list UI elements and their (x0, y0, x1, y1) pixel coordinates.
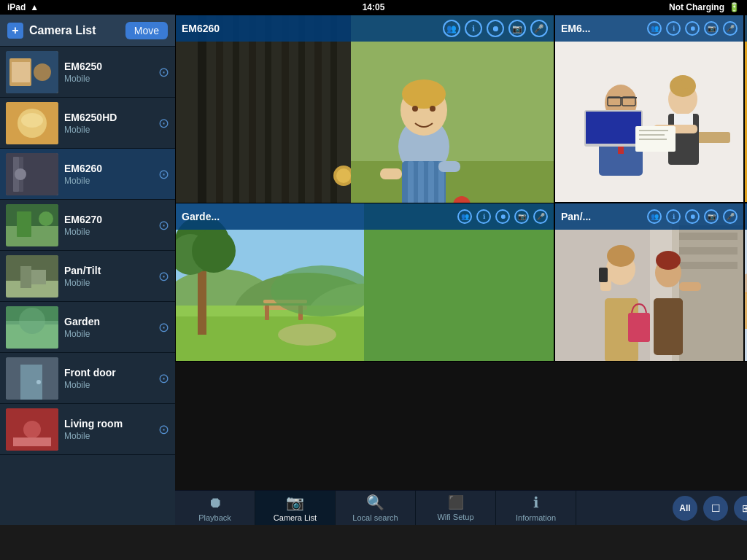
cam-info-icon-g[interactable]: ℹ (476, 209, 491, 224)
sidebar-item-frontdoor[interactable]: Front door Mobile ⊙ (0, 353, 175, 404)
svg-rect-112 (265, 306, 269, 320)
device-label: iPad (7, 2, 26, 12)
wifi-setup-icon: ⬛ (448, 494, 464, 510)
sidebar-item-em6260[interactable]: EM6260 Mobile ⊙ (0, 149, 175, 200)
move-button[interactable]: Move (125, 22, 168, 39)
view-single-button[interactable]: ☐ (703, 496, 728, 521)
tab-camera-list[interactable]: 📷 Camera List (255, 491, 336, 525)
camera-info-em6270: EM6270 Mobile (58, 214, 158, 237)
camera-thumb-pantilt (6, 255, 58, 298)
cam-people-icon-tr1[interactable]: 👥 (647, 21, 662, 36)
svg-rect-80 (639, 130, 668, 131)
svg-point-6 (21, 113, 43, 128)
chevron-icon-em6260: ⊙ (158, 166, 169, 182)
view-quad-button[interactable]: ⊞ (734, 496, 747, 521)
camera-type-em6270: Mobile (64, 227, 152, 237)
cam-info-icon-p[interactable]: ℹ (666, 209, 681, 224)
local-search-icon: 🔍 (366, 494, 384, 511)
sidebar-item-pantilt[interactable]: Pan/Tilt Mobile ⊙ (0, 251, 175, 302)
tab-local-search-label: Local search (352, 513, 398, 522)
svg-rect-63 (555, 15, 744, 203)
wifi-icon: ▲ (30, 2, 39, 12)
camera-title-em6260: EM6260 (182, 23, 438, 34)
tab-wifi-setup[interactable]: ⬛ Wifi Setup (416, 491, 496, 525)
cam-people-icon-g[interactable]: 👥 (457, 209, 472, 224)
tab-local-search[interactable]: 🔍 Local search (336, 491, 416, 525)
camera-thumb-garden (6, 306, 58, 349)
status-left: iPad ▲ (7, 2, 39, 12)
svg-rect-72 (586, 112, 641, 144)
camera-name-garden: Garden (64, 316, 152, 327)
camera-cell-top-right-1: EM6... 👥 ℹ ⏺ 📷 🎤 (554, 15, 744, 203)
chevron-icon-livingroom: ⊙ (158, 421, 169, 438)
cam-info-icon-tr1[interactable]: ℹ (666, 21, 681, 36)
sidebar-title: Camera List (29, 24, 96, 37)
svg-point-75 (681, 77, 692, 89)
cam-photo-icon-tr1[interactable]: 📷 (704, 21, 719, 36)
svg-point-131 (656, 251, 681, 270)
camera-cell-pantilt-bottom: Pan/... 👥 ℹ ⏺ 📷 🎤 (554, 203, 744, 362)
camera-cell-em6-bottom: EM6... 👥 ℹ ⏺ 📷 🎤 (744, 203, 747, 362)
tab-playback[interactable]: ⏺ Playback (175, 491, 255, 525)
svg-rect-19 (31, 270, 46, 284)
sidebar-item-em6250[interactable]: EM6250 Mobile ⊙ (0, 47, 175, 98)
tab-information[interactable]: ℹ Information (496, 491, 576, 525)
svg-rect-81 (639, 134, 665, 136)
camera-name-livingroom: Living room (64, 418, 152, 429)
cam-mic-icon[interactable]: 🎤 (530, 20, 548, 37)
camera-header-top-right-1: EM6... 👥 ℹ ⏺ 📷 🎤 (555, 15, 743, 42)
cam-record-icon[interactable]: ⏺ (487, 20, 504, 37)
camera-type-livingroom: Mobile (64, 431, 152, 441)
tab-wifi-setup-label: Wifi Setup (437, 513, 473, 521)
camera-info-em6260: EM6260 Mobile (58, 163, 158, 186)
camera-type-em6250: Mobile (64, 74, 152, 84)
camera-list-icon: 📷 (286, 494, 304, 511)
camera-header-garden-bottom: Garde... 👥 ℹ ⏺ 📷 🎤 (176, 203, 554, 230)
sidebar-item-em6270[interactable]: EM6270 Mobile ⊙ (0, 200, 175, 251)
svg-point-26 (36, 380, 41, 384)
svg-rect-23 (6, 321, 58, 349)
cam-mic-icon-tr1[interactable]: 🎤 (723, 21, 738, 36)
camera-name-em6260: EM6260 (64, 163, 152, 174)
toolbar-right: All ☐ ⊞ ▦ ⤢ 🔊 (673, 496, 747, 521)
chevron-icon-frontdoor: ⊙ (158, 370, 169, 386)
sidebar-item-garden[interactable]: Garden Mobile ⊙ (0, 302, 175, 353)
sidebar-item-em6250hd[interactable]: EM6250HD Mobile ⊙ (0, 98, 175, 149)
status-time: 14:05 (363, 2, 385, 12)
cam-photo-icon-g[interactable]: 📷 (514, 209, 529, 224)
cam-photo-icon-p[interactable]: 📷 (704, 209, 719, 224)
sidebar-header: + Camera List Move (0, 15, 175, 47)
cam-record-icon-g[interactable]: ⏺ (495, 209, 510, 224)
camera-info-garden: Garden Mobile (58, 316, 158, 339)
svg-point-28 (23, 421, 41, 438)
cam-mic-icon-p[interactable]: 🎤 (723, 209, 738, 224)
battery-icon: 🔋 (729, 2, 740, 12)
cam-photo-icon[interactable]: 📷 (508, 20, 526, 37)
sidebar-item-livingroom[interactable]: Living room Mobile ⊙ (0, 404, 175, 455)
cam-people-icon[interactable]: 👥 (443, 20, 460, 37)
camera-info-frontdoor: Front door Mobile (58, 367, 158, 390)
cam-people-icon-p[interactable]: 👥 (647, 209, 662, 224)
bottom-toolbar: ⏺ Playback 📷 Camera List 🔍 Local search … (175, 490, 747, 525)
cam-record-icon-p[interactable]: ⏺ (685, 209, 700, 224)
svg-point-11 (15, 168, 26, 180)
camera-header-pantilt-bottom: Pan/... 👥 ℹ ⏺ 📷 🎤 (555, 203, 743, 230)
svg-rect-18 (20, 266, 31, 288)
camera-type-frontdoor: Mobile (64, 380, 152, 390)
svg-point-114 (278, 324, 336, 346)
camera-cell-top-right-2: EM6... 👥 ℹ ⏺ 📷 🎤 (744, 15, 747, 203)
svg-point-62 (430, 106, 436, 112)
tab-camera-list-label: Camera List (274, 513, 317, 522)
toolbar-tabs: ⏺ Playback 📷 Camera List 🔍 Local search … (175, 491, 576, 525)
battery-label: Not Charging (669, 2, 724, 12)
svg-rect-54 (380, 168, 402, 179)
view-all-button[interactable]: All (673, 496, 697, 521)
playback-icon: ⏺ (208, 494, 222, 511)
cam-mic-icon-g[interactable]: 🎤 (533, 209, 548, 224)
add-camera-button[interactable]: + (7, 23, 23, 39)
cam-scene-business (555, 15, 744, 203)
cam-record-icon-tr1[interactable]: ⏺ (685, 21, 700, 36)
camera-name-em6270: EM6270 (64, 214, 152, 225)
camera-thumb-em6260 (6, 153, 58, 195)
cam-info-icon[interactable]: ℹ (465, 20, 482, 37)
